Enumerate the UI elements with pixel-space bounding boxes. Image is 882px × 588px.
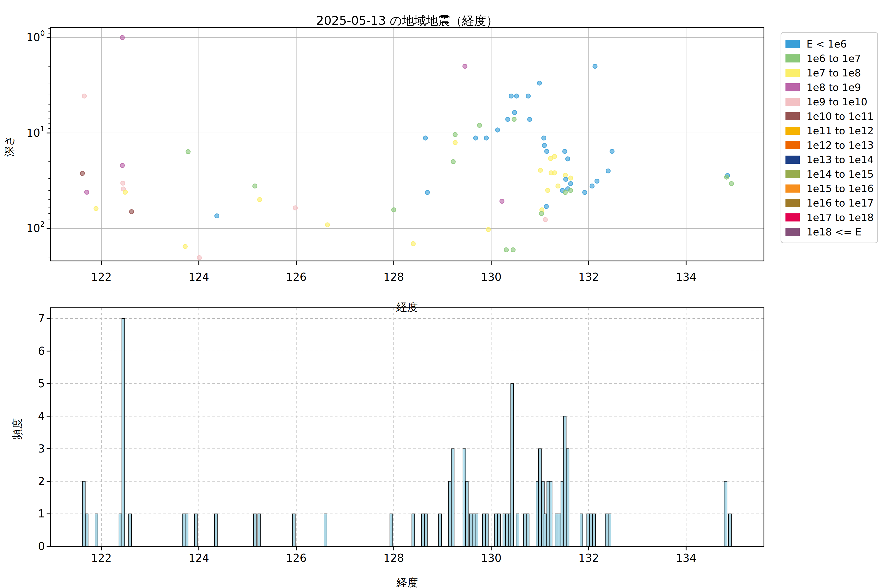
histogram-bar xyxy=(498,514,501,546)
legend-color-swatch-icon xyxy=(786,40,800,48)
legend-item: 1e18 <= E xyxy=(781,225,878,239)
legend-item-label: 1e10 to 1e11 xyxy=(807,111,874,122)
histogram-bar xyxy=(451,449,454,547)
histogram-bar xyxy=(608,514,611,546)
legend-color-swatch-icon xyxy=(786,156,800,164)
histogram-bar xyxy=(485,514,488,546)
legend-item-label: 1e15 to 1e16 xyxy=(807,183,874,195)
legend-color-swatch-icon xyxy=(786,213,800,222)
legend-item: 1e12 to 1e13 xyxy=(781,138,878,152)
histogram-bar xyxy=(590,514,592,546)
legend-item: 1e14 to 1e15 xyxy=(781,167,878,181)
histogram-bar xyxy=(422,514,424,546)
histogram-bar xyxy=(448,482,451,547)
legend-color-swatch-icon xyxy=(786,54,800,63)
scatter-y-axis-label: 深さ xyxy=(2,85,16,207)
legend-item-label: 1e8 to 1e9 xyxy=(807,82,861,93)
legend-item-label: E < 1e6 xyxy=(807,38,847,50)
histogram-bar xyxy=(438,514,441,546)
figure-canvas: 2025-05-13 の地域地震（経度） 1221241261281301321… xyxy=(0,0,882,588)
legend-item: 1e17 to 1e18 xyxy=(781,210,878,225)
legend-color-swatch-icon xyxy=(786,199,800,207)
x-axis-tick-label: 130 xyxy=(481,552,501,564)
histogram-bar xyxy=(526,514,529,546)
legend-color-swatch-icon xyxy=(786,98,800,106)
histogram-bar xyxy=(495,514,498,546)
legend-color-swatch-icon xyxy=(786,141,800,149)
legend-item: 1e8 to 1e9 xyxy=(781,80,878,94)
histogram-bar xyxy=(214,514,218,546)
legend-item: 1e10 to 1e11 xyxy=(781,109,878,123)
x-axis-tick-label: 124 xyxy=(189,552,209,564)
histogram-bar xyxy=(555,514,558,546)
legend-color-swatch-icon xyxy=(786,228,800,236)
y-axis-tick-label: 1 xyxy=(38,507,45,520)
y-axis-tick-label: 5 xyxy=(38,377,45,390)
histogram-bar xyxy=(549,482,552,547)
histogram-bar xyxy=(538,449,542,547)
histogram-bar xyxy=(563,416,566,547)
legend-item-label: 1e11 to 1e12 xyxy=(807,125,874,137)
legend-item: 1e15 to 1e16 xyxy=(781,181,878,196)
legend-color-swatch-icon xyxy=(786,69,800,77)
histogram-bar xyxy=(85,514,88,546)
histogram-bar xyxy=(566,449,569,547)
y-axis-tick-label: 2 xyxy=(38,475,45,488)
y-axis-tick-label: 6 xyxy=(38,345,45,357)
legend-item-label: 1e14 to 1e15 xyxy=(807,168,874,180)
histogram-bar xyxy=(605,514,608,546)
histogram-bar xyxy=(95,514,98,546)
histogram-bar xyxy=(129,514,132,546)
histogram-bar xyxy=(185,514,188,546)
legend-color-swatch-icon xyxy=(786,170,800,178)
y-axis-tick-label: 7 xyxy=(38,312,45,325)
y-axis-tick-label: 0 xyxy=(38,540,45,552)
histogram-bar xyxy=(182,514,185,546)
histogram-bar xyxy=(511,384,514,547)
scatter-x-axis-label: 経度 xyxy=(51,300,764,314)
legend-item-label: 1e7 to 1e8 xyxy=(807,67,861,79)
histogram-y-axis-label: 頻度 xyxy=(10,368,24,490)
x-axis-tick-label: 134 xyxy=(676,552,696,564)
y-axis-tick-label: 4 xyxy=(38,410,45,422)
histogram-bar xyxy=(470,514,472,546)
histogram-bar xyxy=(592,514,596,546)
legend-item-label: 1e6 to 1e7 xyxy=(807,52,861,64)
histogram-bar xyxy=(580,514,583,546)
legend-item: 1e16 to 1e17 xyxy=(781,196,878,210)
legend-item: 1e7 to 1e8 xyxy=(781,66,878,80)
histogram-bar xyxy=(587,514,590,546)
histogram-bar xyxy=(258,514,261,546)
legend-item-label: 1e18 <= E xyxy=(807,226,861,238)
histogram-x-axis-label: 経度 xyxy=(51,576,764,588)
x-axis-tick-label: 122 xyxy=(91,552,112,564)
histogram-plot-frame xyxy=(51,308,764,546)
histogram-bar xyxy=(544,514,547,546)
histogram-bar xyxy=(254,514,256,546)
histogram-bar xyxy=(472,514,475,546)
legend-item: 1e9 to 1e10 xyxy=(781,94,878,109)
histogram-plot-canvas: 12212412612813013213401234567 xyxy=(0,0,882,588)
histogram-bar xyxy=(82,482,85,547)
histogram-bar xyxy=(506,514,508,546)
legend-item-label: 1e17 to 1e18 xyxy=(807,212,874,224)
histogram-bar xyxy=(324,514,327,546)
histogram-bar xyxy=(119,514,122,546)
legend-color-swatch-icon xyxy=(786,112,800,120)
legend-item: 1e13 to 1e14 xyxy=(781,152,878,167)
histogram-bar xyxy=(412,514,415,546)
histogram-bar xyxy=(729,514,732,546)
histogram-bar xyxy=(465,482,468,547)
histogram-bar xyxy=(424,514,428,546)
histogram-bar xyxy=(195,514,198,546)
histogram-bar xyxy=(482,514,485,546)
histogram-bar xyxy=(292,514,296,546)
legend-item: 1e6 to 1e7 xyxy=(781,51,878,66)
legend-color-swatch-icon xyxy=(786,83,800,92)
legend-item: E < 1e6 xyxy=(781,37,878,51)
histogram-bar xyxy=(558,514,561,546)
histogram-bar xyxy=(516,514,519,546)
histogram-bar xyxy=(390,514,393,546)
legend-color-swatch-icon xyxy=(786,184,800,193)
histogram-bar xyxy=(122,318,125,546)
